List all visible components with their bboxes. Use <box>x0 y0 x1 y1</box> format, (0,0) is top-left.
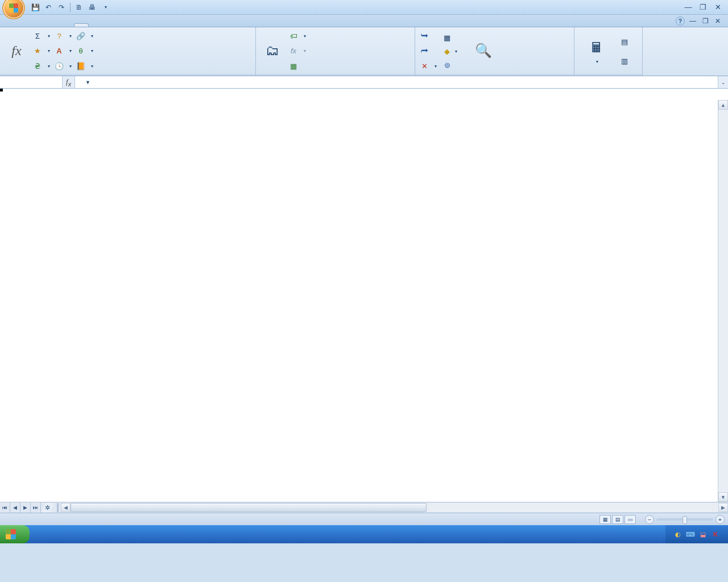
horizontal-scrollbar[interactable]: ◀ ▶ <box>57 503 728 512</box>
hscroll-track[interactable] <box>71 503 718 512</box>
sheet-nav: ⏮ ◀ ▶ ⏭ <box>0 502 41 513</box>
tab-view[interactable] <box>119 24 133 27</box>
tray-icon[interactable]: ◐ <box>673 530 682 539</box>
group-label <box>256 74 415 76</box>
formula-input[interactable] <box>75 76 718 88</box>
calc-sheet-icon: ▥ <box>620 56 629 65</box>
math-button[interactable]: θ <box>74 46 96 56</box>
date-time-button[interactable]: 🕓 <box>52 61 74 72</box>
name-box[interactable]: ▼ <box>0 76 63 88</box>
use-in-formula-button[interactable]: fx <box>287 46 308 56</box>
scroll-right-icon[interactable]: ▶ <box>718 503 728 512</box>
tab-page-layout[interactable] <box>59 24 73 27</box>
zoom-slider[interactable] <box>656 518 713 521</box>
calculate-now-button[interactable]: ▤ <box>618 36 631 47</box>
selection-icon: ▦ <box>289 62 298 71</box>
group-defined-names: 🗂 🏷 fx ▦ <box>256 27 415 76</box>
minimize-button[interactable]: — <box>682 3 694 11</box>
name-manager-button[interactable]: 🗂 <box>258 28 287 74</box>
name-manager-icon: 🗂 <box>263 41 282 60</box>
quick-print-icon[interactable]: 🖶 <box>86 2 98 13</box>
book-icon: 📙 <box>76 62 85 71</box>
workbook-restore-button[interactable]: ❐ <box>701 16 710 26</box>
trace-dependents-button[interactable]: ⮫ <box>417 46 439 56</box>
grid-container[interactable]: ▲ ▼ <box>0 89 728 502</box>
sheet-last-icon[interactable]: ⏭ <box>31 502 41 513</box>
name-box-dropdown-icon[interactable]: ▼ <box>85 80 90 85</box>
group-label <box>415 74 574 76</box>
group-function-library: fx Σ ★ ₴ ? A 🕓 🔗 θ 📙 <box>0 27 256 76</box>
scroll-up-icon[interactable]: ▲ <box>718 100 728 110</box>
show-formulas-button[interactable]: ▦ <box>440 32 460 43</box>
autosum-button[interactable]: Σ <box>31 31 52 41</box>
scroll-down-icon[interactable]: ▼ <box>718 492 728 502</box>
zoom-out-button[interactable]: − <box>645 515 654 524</box>
formula-bar: ▼ fx ⌄ <box>0 76 728 89</box>
clock-icon: 🕓 <box>55 62 64 71</box>
trace-precedents-button[interactable]: ⮩ <box>417 31 439 41</box>
create-from-selection-button[interactable]: ▦ <box>287 61 308 72</box>
text-button[interactable]: A <box>52 46 74 56</box>
financial-button[interactable]: ₴ <box>31 61 52 72</box>
ribbon-tabs: ? — ❐ ✕ <box>0 15 728 27</box>
remove-arrows-button[interactable]: ✕ <box>417 61 439 72</box>
error-checking-button[interactable]: ◆ <box>440 46 460 56</box>
insert-function-button[interactable]: fx <box>2 28 31 74</box>
save-icon[interactable]: 💾 <box>30 2 41 13</box>
print-preview-icon[interactable]: 🗎 <box>73 2 85 13</box>
calculator-icon: 🖩 <box>588 39 606 57</box>
group-label <box>574 74 642 76</box>
evaluate-formula-button[interactable]: ⊚ <box>440 60 460 70</box>
sheet-next-icon[interactable]: ▶ <box>20 502 31 513</box>
workbook-close-button[interactable]: ✕ <box>713 16 722 26</box>
group-calculation: 🖩 ▤ ▥ <box>574 27 643 76</box>
tab-review[interactable] <box>105 24 118 27</box>
watch-window-button[interactable]: 🔍 <box>461 28 506 74</box>
redo-icon[interactable]: ↷ <box>56 2 67 13</box>
help-icon[interactable]: ? <box>676 16 685 26</box>
group-label <box>0 74 255 76</box>
workbook-minimize-button[interactable]: — <box>688 16 697 26</box>
tray-icon[interactable]: ⬓ <box>698 530 708 539</box>
restore-button[interactable]: ❐ <box>697 3 709 11</box>
kaspersky-icon[interactable]: K <box>711 530 720 539</box>
calculate-sheet-button[interactable]: ▥ <box>618 56 631 66</box>
tray-icon[interactable]: ⌨ <box>686 530 695 539</box>
tab-data[interactable] <box>90 24 104 27</box>
start-button[interactable] <box>0 525 30 543</box>
normal-view-button[interactable]: ▦ <box>599 515 611 524</box>
window-controls: — ❐ ✕ <box>682 3 728 11</box>
more-functions-button[interactable]: 📙 <box>74 61 96 72</box>
sheet-first-icon[interactable]: ⏮ <box>0 502 10 513</box>
text-icon: A <box>55 47 64 56</box>
quick-access-toolbar: 💾 ↶ ↷ 🗎 🖶 <box>30 2 111 13</box>
recently-used-button[interactable]: ★ <box>31 46 52 56</box>
close-button[interactable]: ✕ <box>712 3 723 11</box>
logical-button[interactable]: ? <box>52 31 74 41</box>
undo-icon[interactable]: ↶ <box>43 2 54 13</box>
money-icon: ₴ <box>33 62 42 71</box>
ribbon: fx Σ ★ ₴ ? A 🕓 🔗 θ 📙 🗂 <box>0 27 728 76</box>
tab-formulas[interactable] <box>74 23 89 27</box>
evaluate-icon: ⊚ <box>442 60 452 69</box>
precedents-icon: ⮩ <box>420 31 429 40</box>
page-layout-view-button[interactable]: ▤ <box>612 515 623 524</box>
zoom-control: − + <box>645 515 725 524</box>
expand-formula-bar-icon[interactable]: ⌄ <box>718 76 728 88</box>
tab-home[interactable] <box>30 24 43 27</box>
calculation-options-button[interactable]: 🖩 <box>577 28 617 74</box>
hscroll-thumb[interactable] <box>71 503 427 512</box>
tab-insert[interactable] <box>44 24 58 27</box>
theta-icon: θ <box>76 47 85 56</box>
page-break-view-button[interactable]: ▭ <box>624 515 636 524</box>
lookup-button[interactable]: 🔗 <box>74 31 96 41</box>
new-sheet-button[interactable]: ✲ <box>41 503 55 513</box>
scroll-left-icon[interactable]: ◀ <box>61 503 71 512</box>
qat-separator <box>70 3 71 12</box>
sheet-prev-icon[interactable]: ◀ <box>10 502 20 513</box>
define-name-button[interactable]: 🏷 <box>287 31 308 41</box>
vertical-scrollbar[interactable]: ▲ ▼ <box>718 100 728 502</box>
zoom-in-button[interactable]: + <box>715 515 725 524</box>
name-box-input[interactable] <box>0 78 85 86</box>
qat-customize-icon[interactable] <box>100 2 111 13</box>
